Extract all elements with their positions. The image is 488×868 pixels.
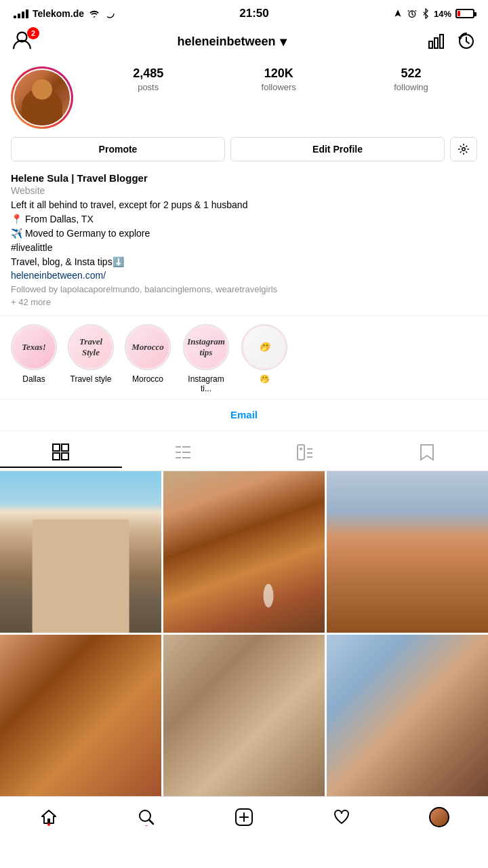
grid-item-3[interactable] <box>327 471 488 633</box>
tab-tagged[interactable] <box>244 438 366 468</box>
nav-home[interactable] <box>32 805 66 829</box>
top-nav: 2 heleneinbetween ▾ <box>0 24 488 61</box>
grid-item-2[interactable] <box>163 471 325 633</box>
settings-button[interactable] <box>450 137 477 161</box>
highlight-circle-inner-4: Instagram tips <box>185 326 227 368</box>
loading-icon <box>104 8 115 19</box>
add-icon <box>235 808 253 826</box>
bio-section: Helene Sula | Travel Blogger Website Lef… <box>0 170 488 315</box>
highlights-scroll: Texas!DallasTravel StyleTravel styleMoro… <box>0 324 488 393</box>
followers-stat[interactable]: 120K followers <box>262 66 296 93</box>
grid-item-1[interactable] <box>0 471 161 633</box>
highlight-circle-2: Travel Style <box>68 324 114 370</box>
battery-percent: 14% <box>434 9 451 19</box>
following-stat[interactable]: 522 following <box>394 66 428 93</box>
bookmark-icon <box>420 443 434 461</box>
alarm-icon <box>407 8 418 19</box>
posts-stat[interactable]: 2,485 posts <box>133 66 163 93</box>
highlight-circle-inner-2: Travel Style <box>70 326 112 368</box>
battery-icon <box>455 9 474 18</box>
highlight-item-5[interactable]: 🤭🤭 <box>241 324 287 393</box>
tabs-section <box>0 431 488 471</box>
bio-link[interactable]: heleneinbetween.com/ <box>11 270 106 281</box>
highlight-label-1: Dallas <box>22 374 45 384</box>
username-dropdown[interactable]: heleneinbetween ▾ <box>177 34 286 50</box>
bio-followed-by: Followed by lapolacaporelmundo, balancin… <box>11 284 477 294</box>
svg-point-25 <box>47 823 50 826</box>
tab-list[interactable] <box>122 438 244 468</box>
grid-item-6[interactable] <box>327 635 488 796</box>
highlight-circle-inner-3: Morocco <box>127 326 169 368</box>
highlights-section: Texas!DallasTravel StyleTravel styleMoro… <box>0 315 488 399</box>
posts-count: 2,485 <box>133 66 163 81</box>
followers-label: followers <box>262 82 296 92</box>
promote-button[interactable]: Promote <box>11 137 225 161</box>
avatar-container[interactable] <box>11 66 73 129</box>
carrier-text: Telekom.de <box>33 8 84 19</box>
stats-container: 2,485 posts 120K followers 522 following <box>84 66 477 101</box>
svg-rect-13 <box>62 453 68 460</box>
dropdown-icon: ▾ <box>280 34 287 50</box>
grid-item-5[interactable] <box>163 635 325 796</box>
svg-rect-12 <box>53 453 60 460</box>
tag-icon <box>296 443 314 461</box>
edit-profile-button[interactable]: Edit Profile <box>230 137 445 161</box>
signal-bars <box>14 9 28 18</box>
highlight-item-1[interactable]: Texas!Dallas <box>11 324 57 393</box>
highlight-circle-inner-5: 🤭 <box>243 326 285 368</box>
svg-rect-5 <box>429 41 432 48</box>
svg-line-27 <box>149 820 153 824</box>
status-left: Telekom.de <box>14 8 115 19</box>
highlight-circle-5: 🤭 <box>241 324 287 370</box>
highlight-item-3[interactable]: MoroccoMorocco <box>125 324 171 393</box>
list-icon <box>174 443 192 461</box>
svg-point-28 <box>145 825 148 826</box>
status-bar: Telekom.de 21:50 14% <box>0 0 488 24</box>
avatar-inner <box>13 68 71 127</box>
grid-icon <box>52 443 70 461</box>
tab-grid[interactable] <box>0 438 122 468</box>
nav-profile[interactable] <box>422 805 456 829</box>
bio-line1: Left it all behind to travel, except for… <box>11 198 477 212</box>
bio-name: Helene Sula | Travel Blogger <box>11 172 477 184</box>
svg-rect-7 <box>440 35 443 48</box>
nav-icons <box>427 32 476 51</box>
tab-saved[interactable] <box>366 438 488 468</box>
status-time: 21:50 <box>239 7 268 20</box>
bio-website[interactable]: Website <box>11 185 477 196</box>
stats-row: 2,485 posts 120K followers 522 following <box>84 66 477 93</box>
insights-icon[interactable] <box>427 32 446 51</box>
avatar <box>14 70 70 125</box>
nav-add[interactable] <box>227 805 261 829</box>
bottom-nav <box>0 796 488 846</box>
highlight-item-2[interactable]: Travel StyleTravel style <box>68 324 114 393</box>
svg-rect-20 <box>298 445 304 460</box>
svg-rect-6 <box>434 38 438 48</box>
nav-search[interactable] <box>129 805 163 829</box>
settings-icon <box>458 143 470 155</box>
history-icon[interactable] <box>457 32 476 51</box>
nav-activity[interactable] <box>325 805 359 829</box>
highlight-label-5: 🤭 <box>260 374 270 384</box>
svg-point-9 <box>462 148 466 151</box>
search-icon <box>138 808 155 826</box>
email-button[interactable]: Email <box>230 409 258 420</box>
profile-avatar-small <box>429 807 449 827</box>
following-count: 522 <box>394 66 428 81</box>
action-buttons: Promote Edit Profile <box>0 137 488 170</box>
bio-line3: ✈️ Moved to Germany to explore <box>11 226 477 241</box>
highlight-item-4[interactable]: Instagram tipsInstagram ti... <box>182 324 230 393</box>
grid-item-4[interactable] <box>0 635 161 796</box>
add-user-button[interactable]: 2 <box>12 30 37 53</box>
svg-rect-10 <box>53 444 60 451</box>
highlight-label-4: Instagram ti... <box>182 374 230 393</box>
svg-rect-11 <box>62 444 68 451</box>
highlight-label-3: Morocco <box>132 374 163 384</box>
profile-header: 2,485 posts 120K followers 522 following <box>0 61 488 137</box>
svg-point-21 <box>300 448 302 450</box>
home-icon <box>40 808 58 826</box>
highlight-circle-3: Morocco <box>125 324 171 370</box>
notification-badge: 2 <box>27 27 39 39</box>
highlight-circle-inner-1: Texas! <box>13 326 55 368</box>
photo-grid <box>0 471 488 796</box>
